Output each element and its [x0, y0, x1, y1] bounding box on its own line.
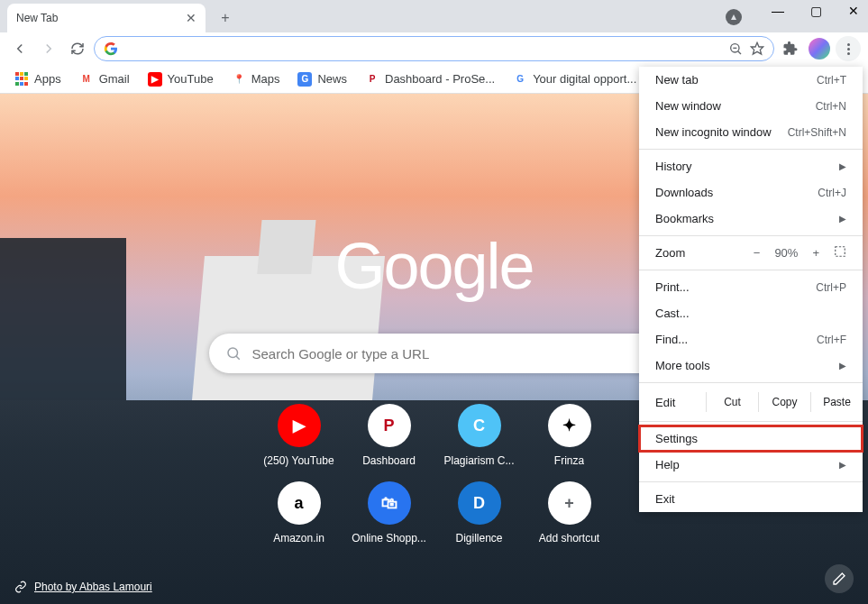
- menu-paste[interactable]: Paste: [810, 392, 863, 412]
- svg-line-6: [236, 356, 240, 360]
- chevron-right-icon: ▶: [839, 214, 846, 224]
- shortcut-add[interactable]: +Add shortcut: [526, 478, 613, 548]
- window-controls: — ▢ ✕: [767, 4, 864, 18]
- news-icon: G: [297, 72, 312, 87]
- apps-label: Apps: [34, 72, 61, 86]
- close-window-button[interactable]: ✕: [843, 4, 864, 18]
- svg-rect-7: [836, 247, 845, 257]
- menu-find[interactable]: Find...Ctrl+F: [639, 326, 863, 352]
- maximize-button[interactable]: ▢: [805, 4, 827, 18]
- reload-button[interactable]: [65, 36, 90, 61]
- menu-bookmarks[interactable]: Bookmarks▶: [639, 206, 863, 232]
- youtube-icon: ▶: [148, 72, 162, 87]
- flipkart-shortcut-icon: 🛍: [368, 481, 411, 525]
- extensions-icon[interactable]: [778, 36, 803, 61]
- zoom-out-button[interactable]: −: [754, 246, 761, 260]
- shortcut-plagiarism[interactable]: CPlagiarism C...: [436, 400, 523, 471]
- chrome-menu: New tabCtrl+T New windowCtrl+N New incog…: [639, 67, 863, 512]
- ntp-search-box[interactable]: [209, 334, 660, 373]
- chevron-right-icon: ▶: [839, 161, 846, 171]
- menu-new-window[interactable]: New windowCtrl+N: [639, 93, 863, 119]
- link-icon: [14, 581, 27, 593]
- menu-edit-row: Edit Cut Copy Paste: [639, 387, 863, 417]
- menu-zoom: Zoom − 90% +: [639, 240, 863, 266]
- titlebar: New Tab ✕ + — ▢ ✕: [0, 0, 868, 32]
- shortcut-dashboard[interactable]: PDashboard: [346, 400, 433, 471]
- menu-new-tab[interactable]: New tabCtrl+T: [639, 67, 863, 93]
- shortcut-frinza[interactable]: ✦Frinza: [526, 400, 613, 471]
- zoom-value: 90%: [774, 246, 798, 260]
- chevron-right-icon: ▶: [839, 460, 846, 470]
- digillence-shortcut-icon: D: [458, 481, 501, 525]
- new-tab-button[interactable]: +: [213, 5, 238, 31]
- zoom-in-button[interactable]: +: [812, 246, 819, 260]
- profile-avatar[interactable]: [807, 36, 832, 61]
- pencil-icon: [832, 572, 846, 586]
- gmail-icon: M: [79, 72, 94, 87]
- back-button[interactable]: [7, 36, 32, 61]
- shortcut-amazon[interactable]: aAmazon.in: [256, 478, 343, 548]
- google-icon: G: [513, 72, 527, 87]
- menu-help[interactable]: Help▶: [639, 452, 863, 478]
- menu-history[interactable]: History▶: [639, 153, 863, 179]
- chrome-menu-button[interactable]: [836, 36, 861, 61]
- shortcut-digillence[interactable]: DDigillence: [436, 478, 523, 548]
- bookmark-maps[interactable]: 📍Maps: [224, 69, 288, 90]
- menu-cut[interactable]: Cut: [706, 392, 758, 412]
- menu-exit[interactable]: Exit: [639, 486, 863, 512]
- customize-button[interactable]: [825, 564, 854, 593]
- omnibox-input[interactable]: [125, 41, 721, 56]
- bookmark-digital[interactable]: GYour digital opport...: [506, 69, 644, 90]
- shortcut-youtube[interactable]: ▶(250) YouTube: [256, 400, 343, 471]
- svg-point-5: [228, 348, 238, 358]
- pinterest-icon: P: [365, 72, 379, 87]
- maps-icon: 📍: [232, 72, 246, 87]
- apps-button[interactable]: Apps: [7, 69, 69, 90]
- ntp-shortcuts: ▶(250) YouTube PDashboard CPlagiarism C.…: [256, 400, 613, 548]
- menu-settings[interactable]: Settings: [639, 426, 863, 452]
- photo-credit-link[interactable]: Photo by Abbas Lamouri: [14, 581, 152, 593]
- menu-new-incognito[interactable]: New incognito windowCtrl+Shift+N: [639, 119, 863, 145]
- bookmark-youtube[interactable]: ▶YouTube: [141, 69, 221, 90]
- youtube-shortcut-icon: ▶: [278, 404, 321, 447]
- menu-cast[interactable]: Cast...: [639, 300, 863, 326]
- bookmark-news[interactable]: GNews: [290, 69, 354, 90]
- apps-grid-icon: [14, 72, 29, 87]
- svg-marker-4: [751, 42, 763, 54]
- address-bar[interactable]: [94, 36, 774, 61]
- menu-print[interactable]: Print...Ctrl+P: [639, 274, 863, 300]
- search-icon: [225, 345, 242, 361]
- menu-downloads[interactable]: DownloadsCtrl+J: [639, 179, 863, 206]
- pinterest-shortcut-icon: P: [368, 404, 411, 447]
- toolbar: [0, 32, 868, 65]
- tab-title: New Tab: [16, 12, 58, 24]
- svg-line-3: [738, 51, 741, 54]
- menu-more-tools[interactable]: More tools▶: [639, 352, 863, 379]
- add-shortcut-icon: +: [548, 481, 591, 525]
- svg-marker-0: [731, 14, 736, 20]
- profile-indicator-icon[interactable]: [726, 9, 742, 25]
- fullscreen-icon[interactable]: [834, 245, 846, 261]
- minimize-button[interactable]: —: [767, 4, 789, 18]
- zoom-level-icon[interactable]: [728, 41, 743, 56]
- bookmark-dashboard[interactable]: PDashboard - ProSe...: [358, 69, 502, 90]
- amazon-shortcut-icon: a: [278, 481, 321, 525]
- ntp-search-input[interactable]: [252, 346, 644, 361]
- bookmark-gmail[interactable]: MGmail: [72, 69, 137, 90]
- frinza-shortcut-icon: ✦: [548, 404, 591, 447]
- google-logo: Google: [334, 229, 533, 303]
- shortcut-flipkart[interactable]: 🛍Online Shopp...: [346, 478, 433, 548]
- menu-copy[interactable]: Copy: [758, 392, 810, 412]
- bookmark-star-icon[interactable]: [750, 41, 764, 56]
- browser-tab[interactable]: New Tab ✕: [7, 4, 206, 32]
- chevron-right-icon: ▶: [839, 361, 846, 371]
- tab-close-icon[interactable]: ✕: [186, 11, 196, 25]
- plagiarism-shortcut-icon: C: [458, 404, 501, 447]
- google-g-icon: [104, 41, 118, 56]
- forward-button[interactable]: [36, 36, 61, 61]
